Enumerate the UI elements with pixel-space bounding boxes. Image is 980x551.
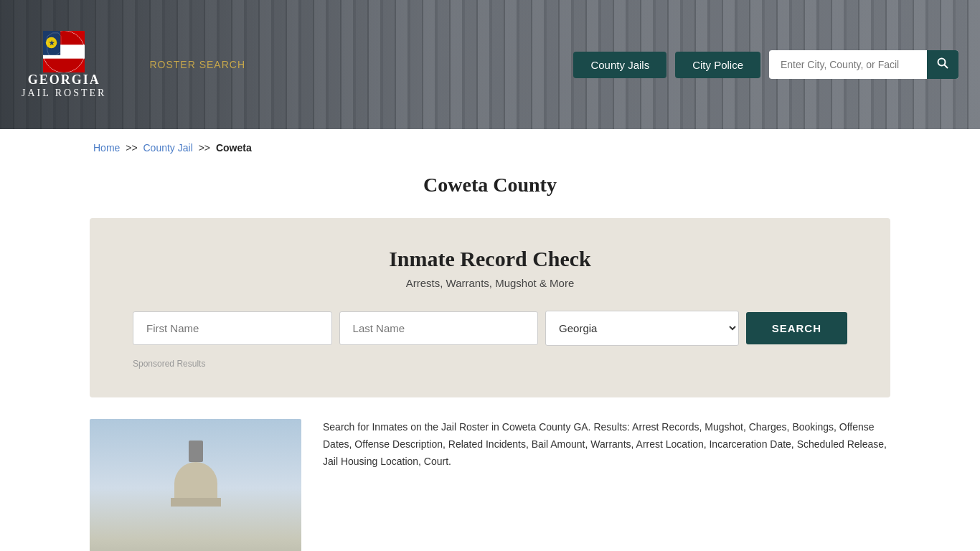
georgia-seal-icon: ★ — [43, 31, 85, 72]
breadcrumb-sep-1: >> — [126, 142, 137, 154]
roster-search-link[interactable]: ROSTER SEARCH — [149, 59, 245, 70]
courthouse-image — [90, 419, 301, 551]
dome-base — [171, 498, 221, 507]
inmate-record-section: Inmate Record Check Arrests, Warrants, M… — [90, 218, 890, 397]
last-name-input[interactable] — [339, 311, 539, 345]
dome-top — [189, 441, 203, 462]
inmate-search-button[interactable]: SEARCH — [746, 312, 847, 344]
nav-buttons: County Jails City Police — [573, 50, 958, 79]
header-search-bar — [769, 50, 958, 79]
header-search-input[interactable] — [769, 52, 927, 77]
county-jails-button[interactable]: County Jails — [573, 52, 666, 78]
search-icon — [937, 57, 948, 69]
logo-text-georgia: GEORGIA — [28, 72, 100, 88]
inmate-record-heading: Inmate Record Check — [133, 247, 847, 271]
svg-line-13 — [945, 65, 948, 69]
header-search-button[interactable] — [927, 50, 958, 79]
breadcrumb-current: Coweta — [216, 142, 252, 154]
inmate-record-subtitle: Arrests, Warrants, Mugshot & More — [133, 277, 847, 289]
dome-graphic — [174, 441, 217, 498]
svg-point-12 — [938, 59, 946, 66]
logo-text-jail: JAIL ROSTER — [22, 88, 106, 99]
dome-body — [174, 462, 217, 498]
first-name-input[interactable] — [133, 311, 332, 345]
hero-content: ★ GEORGIA JAIL ROSTER ROSTER SEARCH Coun… — [0, 0, 980, 129]
page-title: Coweta County — [0, 174, 980, 197]
state-select[interactable]: AlabamaAlaskaArizonaArkansasCaliforniaCo… — [545, 311, 739, 346]
sponsored-label: Sponsored Results — [133, 359, 847, 369]
breadcrumb-county-jail[interactable]: County Jail — [143, 142, 193, 154]
breadcrumb-home[interactable]: Home — [93, 142, 120, 154]
svg-text:★: ★ — [49, 39, 55, 47]
page-title-area: Coweta County — [0, 166, 980, 218]
inmate-search-form: AlabamaAlaskaArizonaArkansasCaliforniaCo… — [133, 311, 847, 346]
city-police-button[interactable]: City Police — [675, 52, 760, 78]
logo-area: ★ GEORGIA JAIL ROSTER — [22, 31, 106, 99]
breadcrumb: Home >> County Jail >> Coweta — [0, 129, 980, 166]
hero-header: ★ GEORGIA JAIL ROSTER ROSTER SEARCH Coun… — [0, 0, 980, 129]
bottom-section: Search for Inmates on the Jail Roster in… — [0, 397, 980, 551]
bottom-description: Search for Inmates on the Jail Roster in… — [323, 419, 890, 551]
breadcrumb-sep-2: >> — [199, 142, 210, 154]
